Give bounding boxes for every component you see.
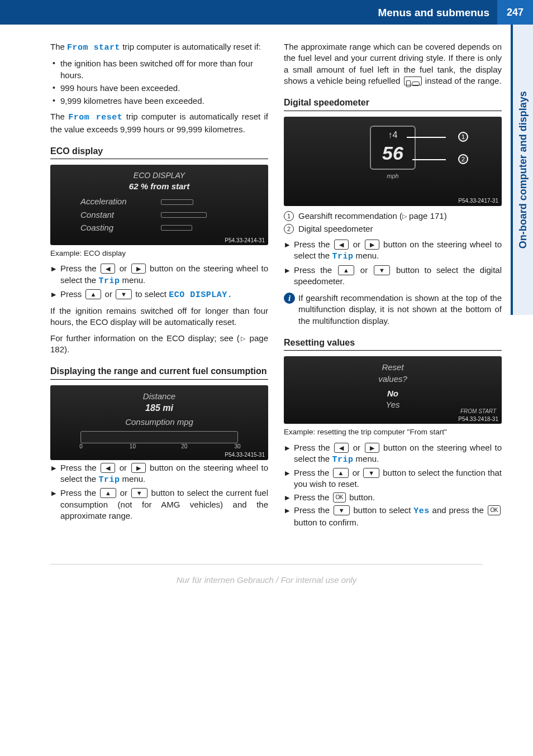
figure-caption: Example: ECO display [50, 248, 268, 259]
up-arrow-icon: ▲ [100, 488, 116, 498]
speed-unit: mph [387, 172, 398, 180]
body-text: If the ignition remains switched off for… [50, 305, 268, 328]
content: The From start trip computer is automati… [0, 38, 533, 533]
figure-code: P54.33-2415-31 [225, 451, 265, 459]
step-list: Press the ◀ or ▶ button on the steering … [50, 462, 268, 521]
fig-title: ECO DISPLAY [58, 170, 260, 181]
figure-legend: 1Gearshift recommendation (▷ page 171) 2… [284, 210, 502, 235]
left-arrow-icon: ◀ [334, 443, 349, 453]
list-item: the ignition has been switched off for m… [50, 58, 268, 81]
list-item: 9,999 kilometres have been exceeded. [50, 95, 268, 107]
down-arrow-icon: ▼ [131, 488, 147, 498]
down-arrow-icon: ▼ [116, 289, 132, 299]
figure-caption: Example: resetting the trip computer "Fr… [284, 427, 502, 437]
body-text: For further information on the ECO displ… [50, 333, 268, 356]
callout-1: 1 [458, 132, 468, 142]
legend-item: 2Digital speedometer [284, 223, 502, 235]
watermark-footer: Nur für internen Gebrauch / For internal… [0, 558, 533, 586]
figure-speedometer: ↑4 56 mph 1 2 P54.33-2417-31 [284, 117, 502, 206]
down-arrow-icon: ▼ [374, 265, 390, 275]
section-heading: ECO display [50, 145, 268, 160]
step-item: Press ▲ or ▼ to select ECO DISPLAY. [50, 289, 268, 301]
step-item: Press the OK button. [284, 492, 502, 503]
fig-subtitle: 62 % from start [58, 181, 260, 192]
section-heading: Resetting values [284, 337, 502, 351]
callout-2: 2 [458, 154, 468, 164]
menu-term: From reset [68, 113, 122, 122]
refuel-icon [404, 76, 422, 85]
menu-term: From start [67, 43, 120, 52]
section-heading: Displaying the range and current fuel co… [50, 365, 268, 380]
left-arrow-icon: ◀ [334, 240, 349, 250]
step-item: Press the ▲ or ▼ button to select the di… [284, 265, 502, 288]
column-left: The From start trip computer is automati… [50, 38, 268, 533]
up-arrow-icon: ▲ [85, 289, 102, 299]
page-number: 247 [497, 0, 533, 25]
figure-eco-display: ECO DISPLAY 62 % from start Acceleration… [50, 165, 268, 245]
right-arrow-icon: ▶ [365, 240, 379, 250]
step-item: Press the ▲ or ▼ button to select the fu… [284, 467, 502, 490]
right-arrow-icon: ▶ [131, 463, 146, 473]
figure-reset: Reset values? No Yes FROM START P54.33-2… [284, 356, 502, 424]
list-item: 999 hours have been exceeded. [50, 83, 268, 94]
right-arrow-icon: ▶ [131, 264, 146, 274]
consumption-gauge: 0 10 20 30 [80, 431, 238, 443]
figure-range: Distance 185 mi Consumption mpg 0 10 20 … [50, 385, 268, 460]
info-note: i If gearshift recommendation is shown a… [284, 293, 502, 327]
bullet-list: the ignition has been switched off for m… [50, 58, 268, 107]
left-arrow-icon: ◀ [101, 463, 115, 473]
up-arrow-icon: ▲ [333, 468, 349, 478]
left-arrow-icon: ◀ [101, 264, 115, 274]
body-text: The approximate range which can be cover… [284, 41, 502, 87]
side-tab-label: On-board computer and displays [516, 91, 530, 248]
step-item: Press the ◀ or ▶ button on the steering … [284, 442, 502, 466]
figure-code: P54.33-2417-31 [458, 197, 498, 205]
step-list: Press the ◀ or ▶ button on the steering … [50, 263, 268, 301]
body-text: The From start trip computer is automati… [50, 41, 268, 54]
step-item: Press the ◀ or ▶ button on the steering … [50, 462, 268, 486]
step-item: Press the ◀ or ▶ button on the steering … [50, 263, 268, 287]
figure-code: P54.33-2418-31 [458, 415, 498, 423]
figure-code: P54.33-2414-31 [225, 237, 265, 245]
gearshift-arrow: ↑4 [382, 129, 403, 141]
step-list: Press the ◀ or ▶ button on the steering … [284, 239, 502, 287]
speed-value: 56 [382, 141, 403, 166]
section-heading: Digital speedometer [284, 97, 502, 111]
step-item: Press the ▲ or ▼ button to select the cu… [50, 487, 268, 521]
column-right: The approximate range which can be cover… [284, 38, 502, 533]
step-item: Press the ▼ button to select Yes and pre… [284, 505, 502, 529]
step-item: Press the ◀ or ▶ button on the steering … [284, 239, 502, 263]
step-list: Press the ◀ or ▶ button on the steering … [284, 442, 502, 529]
down-arrow-icon: ▼ [334, 505, 350, 515]
ok-button-icon: OK [333, 492, 346, 503]
body-text: The From reset trip computer is automati… [50, 111, 268, 135]
page-header: Menus and submenus 247 [0, 0, 533, 25]
right-arrow-icon: ▶ [365, 443, 379, 453]
up-arrow-icon: ▲ [338, 265, 354, 275]
legend-item: 1Gearshift recommendation (▷ page 171) [284, 210, 502, 222]
side-tab: On-board computer and displays [511, 25, 533, 315]
down-arrow-icon: ▼ [363, 468, 379, 478]
info-icon: i [284, 293, 295, 304]
header-title: Menus and submenus [0, 0, 497, 25]
ok-button-icon: OK [488, 505, 501, 515]
